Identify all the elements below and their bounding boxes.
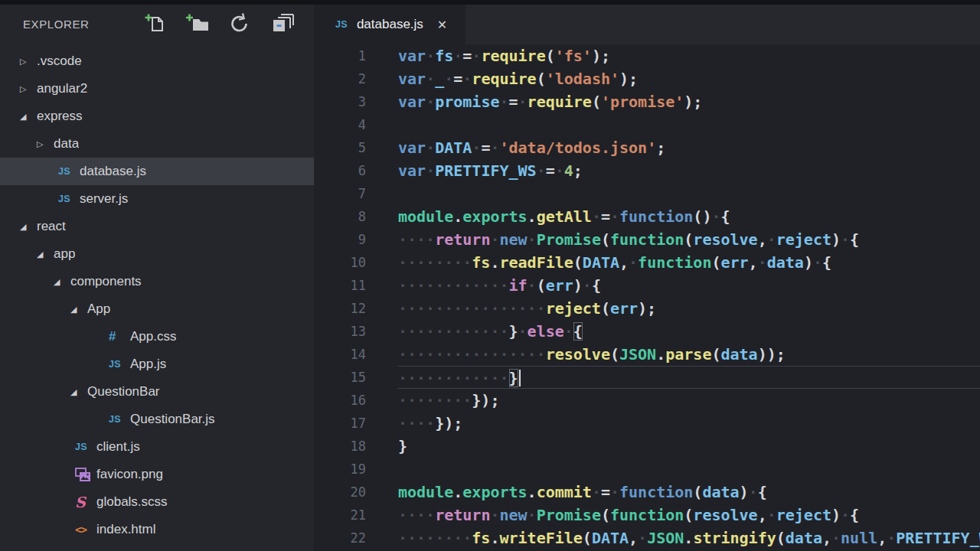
code-line-11[interactable]: 11············if·(err)·{ xyxy=(314,274,980,297)
code-line-4[interactable]: 4 xyxy=(314,113,980,136)
chevron-expanded-icon: ◢ xyxy=(70,387,87,397)
line-number: 14 xyxy=(314,343,366,366)
code-line-9[interactable]: 9····return·new·Promise(function(resolve… xyxy=(314,228,980,251)
tree-item-label: react xyxy=(37,219,66,234)
code-line-21[interactable]: 21····return·new·Promise(function(resolv… xyxy=(314,504,980,527)
code-line-content: ········fs.writeFile(DATA,·JSON.stringif… xyxy=(398,527,980,549)
tree-item-client-js[interactable]: JSclient.js xyxy=(0,433,314,461)
code-line-content xyxy=(398,113,980,136)
code-line-1[interactable]: 1var·fs·=·require('fs'); xyxy=(314,44,980,67)
code-line-6[interactable]: 6var·PRETTIFY_WS·=·4; xyxy=(314,159,980,182)
tree-item-app[interactable]: ◢app xyxy=(0,240,314,268)
chevron-expanded-icon: ◢ xyxy=(54,277,70,287)
new-file-button[interactable] xyxy=(143,12,168,35)
chevron-expanded-icon: ◢ xyxy=(20,222,37,232)
code-line-14[interactable]: 14················resolve(JSON.parse(dat… xyxy=(314,343,980,366)
code-line-content xyxy=(398,458,980,481)
code-line-content: module.exports.commit·=·function(data)·{ xyxy=(398,481,980,504)
code-line-12[interactable]: 12················reject(err); xyxy=(314,297,980,320)
code-editor[interactable]: 1var·fs·=·require('fs');2var·_·=·require… xyxy=(314,44,980,551)
refresh-button[interactable] xyxy=(227,12,252,35)
tree-item-label: components xyxy=(70,274,142,289)
line-number: 18 xyxy=(314,435,366,458)
code-line-5[interactable]: 5var·DATA·=·'data/todos.json'; xyxy=(314,136,980,159)
tree-item-index-html[interactable]: <>index.html xyxy=(0,516,314,543)
tree-item-app[interactable]: ◢App xyxy=(0,295,314,323)
code-line-content: ········fs.readFile(DATA,·function(err,·… xyxy=(398,251,980,274)
code-line-3[interactable]: 3var·promise·=·require('promise'); xyxy=(314,90,980,113)
code-line-content xyxy=(398,182,980,205)
code-line-content: var·promise·=·require('promise'); xyxy=(398,90,980,113)
code-line-content: var·fs·=·require('fs'); xyxy=(398,44,980,67)
code-line-18[interactable]: 18} xyxy=(314,435,980,458)
sass-icon: S xyxy=(75,494,96,510)
code-line-19[interactable]: 19 xyxy=(314,458,980,481)
tree-item-label: server.js xyxy=(80,191,128,207)
new-folder-button[interactable] xyxy=(185,12,210,35)
explorer-sidebar: EXPLORER xyxy=(0,5,314,551)
tree-item-questionbar-js[interactable]: JSQuestionBar.js xyxy=(0,406,314,433)
tree-item-label: App.css xyxy=(130,329,176,344)
line-number: 15 xyxy=(314,366,366,389)
tab-database-js[interactable]: JS database.js ✕ xyxy=(314,5,466,44)
line-number: 3 xyxy=(314,90,366,113)
code-line-22[interactable]: 22········fs.writeFile(DATA,·JSON.string… xyxy=(314,527,980,549)
tree-item-favicon-png[interactable]: favicon.png xyxy=(0,461,314,488)
line-number: 17 xyxy=(314,412,366,435)
explorer-title: EXPLORER xyxy=(23,18,90,31)
chevron-expanded-icon: ◢ xyxy=(20,112,37,122)
tree-item-label: QuestionBar.js xyxy=(130,412,215,427)
tree-item-angular2[interactable]: ▷angular2 xyxy=(0,75,314,103)
code-line-17[interactable]: 17····}); xyxy=(314,412,980,435)
code-line-20[interactable]: 20module.exports.commit·=·function(data)… xyxy=(314,481,980,504)
code-line-content: ············} xyxy=(398,366,980,389)
line-number: 19 xyxy=(314,458,366,481)
code-line-10[interactable]: 10········fs.readFile(DATA,·function(err… xyxy=(314,251,980,274)
code-line-content: ····return·new·Promise(function(resolve,… xyxy=(398,228,980,251)
tree-item-label: app xyxy=(54,246,75,262)
tree-item-app-js[interactable]: JSApp.js xyxy=(0,350,314,378)
refresh-icon xyxy=(228,12,251,35)
tree-item-components[interactable]: ◢components xyxy=(0,268,314,295)
code-line-16[interactable]: 16········}); xyxy=(314,389,980,412)
code-line-content: } xyxy=(398,435,980,458)
tree-item-label: angular2 xyxy=(37,81,87,96)
tree-item-app-css[interactable]: #App.css xyxy=(0,323,314,350)
tree-item-label: express xyxy=(37,109,83,124)
line-number: 16 xyxy=(314,389,366,412)
code-line-7[interactable]: 7 xyxy=(314,182,980,205)
tree-item-label: database.js xyxy=(80,164,146,179)
line-number: 21 xyxy=(314,504,366,527)
tree-item-data[interactable]: ▷data xyxy=(0,130,314,158)
tree-item-label: client.js xyxy=(96,439,140,455)
close-tab-icon[interactable]: ✕ xyxy=(437,18,447,32)
js-icon: JS xyxy=(58,194,80,204)
code-line-content: ············}·else·{ xyxy=(398,320,980,343)
line-number: 13 xyxy=(314,320,366,343)
tree-item-server-js[interactable]: JSserver.js xyxy=(0,185,314,213)
code-line-content: var·_·=·require('lodash'); xyxy=(398,67,980,90)
tree-item-globals-scss[interactable]: Sglobals.scss xyxy=(0,488,314,516)
tree-item--vscode[interactable]: ▷.vscode xyxy=(0,47,314,75)
line-number: 12 xyxy=(314,297,366,320)
file-tree: ▷.vscode▷angular2◢express▷dataJSdatabase… xyxy=(0,47,314,543)
tree-item-questionbar[interactable]: ◢QuestionBar xyxy=(0,378,314,406)
line-number: 6 xyxy=(314,159,366,182)
chevron-collapsed-icon: ▷ xyxy=(20,57,37,67)
code-line-13[interactable]: 13············}·else·{ xyxy=(314,320,980,343)
code-line-15[interactable]: 15············} xyxy=(314,366,980,389)
code-line-8[interactable]: 8module.exports.getAll·=·function()·{ xyxy=(314,205,980,228)
image-icon xyxy=(75,468,96,482)
html-icon: <> xyxy=(75,523,96,536)
tree-item-react[interactable]: ◢react xyxy=(0,213,314,240)
chevron-expanded-icon: ◢ xyxy=(37,249,54,259)
js-icon: JS xyxy=(109,414,130,425)
collapse-all-button[interactable] xyxy=(270,12,294,35)
code-line-content: ················resolve(JSON.parse(data)… xyxy=(398,343,980,366)
code-line-2[interactable]: 2var·_·=·require('lodash'); xyxy=(314,67,980,90)
code-line-content: ········}); xyxy=(398,389,980,412)
code-line-content: var·DATA·=·'data/todos.json'; xyxy=(398,136,980,159)
tree-item-express[interactable]: ◢express xyxy=(0,103,314,130)
explorer-actions xyxy=(143,12,294,35)
tree-item-database-js[interactable]: JSdatabase.js xyxy=(0,158,314,185)
